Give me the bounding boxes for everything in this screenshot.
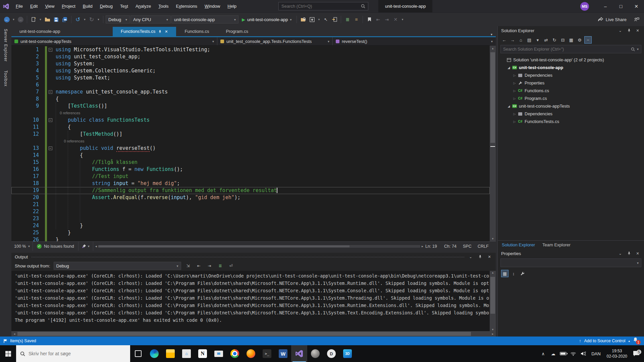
volume-icon[interactable]: [579, 351, 588, 356]
quick-search-input[interactable]: [281, 4, 361, 9]
fold-margin[interactable]: [47, 187, 54, 194]
menu-debug[interactable]: Debug: [96, 0, 116, 12]
fold-margin[interactable]: [47, 110, 54, 117]
navigate-forward-icon[interactable]: →: [16, 15, 24, 23]
add-to-source-control-button[interactable]: Add to Source Control: [584, 339, 625, 343]
tree-item-dependencies[interactable]: ▷Dependencies: [498, 71, 644, 79]
goto-next-message-icon[interactable]: ⇥: [206, 262, 213, 269]
tree-item-properties[interactable]: ▷Properties: [498, 79, 644, 87]
output-horizontal-scrollbar[interactable]: ◂ ▸: [11, 331, 496, 337]
find-message-icon[interactable]: ⇲: [184, 262, 192, 269]
output-vertical-scrollbar[interactable]: ▴ ▾: [490, 271, 496, 331]
clear-all-icon[interactable]: ≣: [217, 262, 224, 269]
solution-explorer-search-input[interactable]: [503, 47, 629, 52]
code-line[interactable]: 22: [11, 208, 490, 215]
terminal-icon[interactable]: >_: [259, 345, 275, 362]
taskbar-search-input[interactable]: [29, 351, 126, 356]
fold-margin[interactable]: [47, 152, 54, 159]
close-icon[interactable]: ✕: [165, 27, 168, 36]
fold-margin[interactable]: [47, 138, 54, 145]
collapsed-arrow-icon[interactable]: ▷: [512, 97, 517, 100]
home-icon[interactable]: ⌂: [517, 36, 525, 44]
notion-icon[interactable]: N: [195, 345, 211, 362]
toolbar-dropdown-icon[interactable]: ▾: [317, 15, 321, 23]
filter-dropdown-icon[interactable]: ▾: [534, 36, 541, 44]
fold-margin[interactable]: [47, 159, 54, 166]
fold-margin[interactable]: [47, 53, 54, 60]
zoom-level-dropdown[interactable]: 100 %▾: [11, 242, 33, 251]
file-explorer-icon[interactable]: [162, 345, 178, 362]
member-dropdown[interactable]: reverseTest() ▾: [333, 37, 496, 45]
onedrive-icon[interactable]: ☁: [548, 351, 558, 356]
scroll-left-icon[interactable]: ◂: [11, 332, 17, 336]
fold-margin[interactable]: [47, 236, 54, 241]
redo-dropdown-icon[interactable]: ▾: [96, 15, 101, 23]
discord-icon[interactable]: D: [323, 345, 339, 362]
solution-configuration-dropdown[interactable]: Debug▾: [106, 15, 130, 23]
fold-margin[interactable]: [47, 229, 54, 236]
codelens-row[interactable]: 0 references: [11, 110, 490, 117]
notifications-button[interactable]: 1: [633, 337, 641, 345]
collapse-region-icon[interactable]: −: [49, 118, 52, 122]
chrome-browser-icon[interactable]: [227, 345, 243, 362]
document-tab-unit-test-console-app[interactable]: unit-test-console-app: [11, 27, 112, 36]
refresh-icon[interactable]: ↻: [551, 36, 558, 44]
editor-horizontal-scrollbar[interactable]: ◂ ▸: [93, 242, 425, 251]
taskbar-search-box[interactable]: [16, 345, 130, 362]
pin-icon[interactable]: [158, 30, 162, 33]
edge-browser-icon[interactable]: [146, 345, 162, 362]
live-share-button[interactable]: Live Share: [598, 17, 644, 22]
show-hidden-icons-button[interactable]: ∧: [538, 351, 548, 356]
code-line[interactable]: 26}: [11, 236, 490, 241]
code-line[interactable]: 23: [11, 215, 490, 222]
window-position-icon[interactable]: ⌄: [617, 251, 623, 256]
fold-margin[interactable]: −: [47, 46, 54, 53]
wifi-icon[interactable]: [569, 352, 578, 356]
tree-item-program-cs[interactable]: ▷C#Program.cs: [498, 95, 644, 102]
solution-explorer-header[interactable]: Solution Explorer ⌄ ✕: [498, 26, 644, 35]
expanded-arrow-icon[interactable]: ◢: [506, 66, 512, 69]
expanded-arrow-icon[interactable]: ◢: [506, 105, 512, 108]
collapsed-arrow-icon[interactable]: ▷: [512, 89, 517, 93]
redo-icon[interactable]: ↻: [88, 15, 96, 23]
menu-tools[interactable]: Tools: [155, 0, 172, 12]
mail-app-icon[interactable]: ✉: [211, 345, 227, 362]
previous-bookmark-icon[interactable]: ⇤: [374, 15, 382, 23]
code-line[interactable]: 5using System.Text;: [11, 74, 490, 81]
fold-margin[interactable]: [47, 166, 54, 173]
fold-margin[interactable]: [47, 60, 54, 67]
code-line[interactable]: 11 {: [11, 124, 490, 131]
window-position-icon[interactable]: ⌄: [468, 255, 474, 259]
menu-window[interactable]: Window: [201, 0, 224, 12]
fold-margin[interactable]: [47, 215, 54, 222]
bookmark-dropdown-icon[interactable]: ▾: [400, 15, 405, 23]
bookmark-icon[interactable]: [365, 15, 373, 23]
scroll-up-icon[interactable]: ▴: [490, 46, 496, 51]
fold-margin[interactable]: −: [47, 88, 54, 96]
user-avatar[interactable]: MS: [580, 2, 589, 11]
collapse-region-icon[interactable]: −: [49, 90, 52, 94]
fold-margin[interactable]: [47, 81, 54, 88]
cursor-icon[interactable]: ↖: [322, 15, 330, 23]
fold-margin[interactable]: [47, 74, 54, 81]
save-icon[interactable]: [52, 15, 60, 23]
tree-item-dependencies[interactable]: ▷Dependencies: [498, 110, 644, 118]
word-icon[interactable]: W: [275, 345, 291, 362]
editor-vertical-scrollbar[interactable]: ▴ ▾: [490, 46, 496, 241]
show-next-statement-icon[interactable]: [330, 15, 338, 23]
code-line[interactable]: 24 }: [11, 222, 490, 229]
window-position-icon[interactable]: ⌄: [617, 28, 623, 33]
taskbar-clock[interactable]: 19:53 02-03-2020: [604, 348, 630, 359]
property-pages-icon[interactable]: [519, 270, 526, 277]
maximize-button[interactable]: □: [613, 0, 629, 12]
collapsed-arrow-icon[interactable]: ▷: [512, 120, 517, 123]
tree-item-unit-test-console-apptests[interactable]: ◢C#unit-test-console-appTests: [498, 102, 644, 110]
preview-selected-items-icon[interactable]: −: [584, 36, 592, 44]
code-line[interactable]: 7−namespace unit_test_console_app.Tests: [11, 88, 490, 96]
collapsed-arrow-icon[interactable]: ▷: [512, 74, 517, 77]
code-line[interactable]: 3using System;: [11, 60, 490, 67]
close-button[interactable]: ✕: [629, 0, 644, 12]
code-line[interactable]: 16 Functions f = new Functions();: [11, 166, 490, 173]
menu-build[interactable]: Build: [79, 0, 96, 12]
quick-search-box[interactable]: [278, 2, 368, 10]
